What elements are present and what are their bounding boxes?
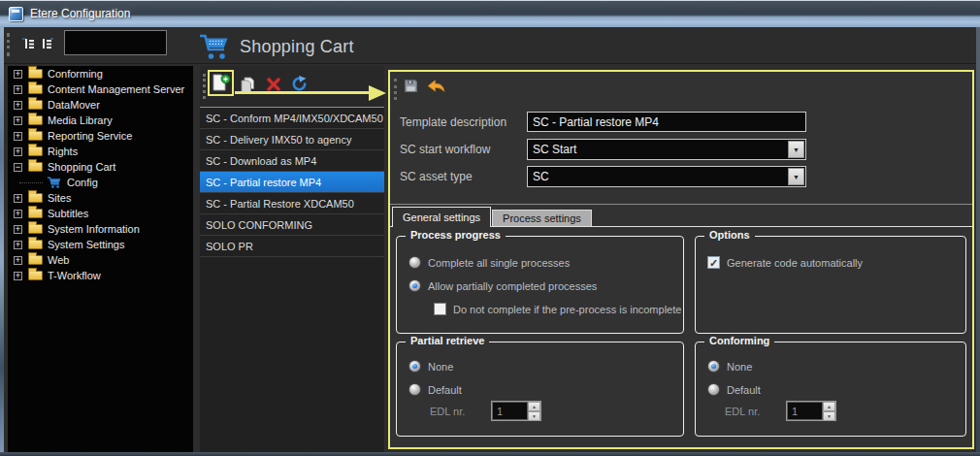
tree-item-shopping-cart[interactable]: −Shopping Cart [8, 159, 193, 175]
radio-icon[interactable] [707, 383, 720, 396]
checkbox-option-generate-code[interactable]: ✓ Generate code automatically [707, 255, 863, 270]
edl-value[interactable]: 1 [787, 402, 823, 420]
option-label: Do not complete if the pre-process is in… [453, 304, 681, 315]
tree-item-media-library[interactable]: +Media Library [8, 113, 193, 128]
group-conforming: Conforming None Default EDL nr. 1 ▲ ▼ [695, 342, 966, 437]
list-item-sc-partial-restore-mp4[interactable]: SC - Partial restore MP4 [200, 172, 384, 193]
edl-spinner[interactable]: 1 ▲ ▼ [786, 401, 836, 421]
expand-icon[interactable]: + [14, 147, 22, 156]
radio-option-complete-all[interactable]: Complete all single processes [408, 255, 570, 270]
radio-icon[interactable] [707, 360, 720, 373]
expand-icon[interactable]: + [14, 116, 22, 125]
spin-up-button[interactable]: ▲ [528, 402, 540, 411]
annotation-arrow-line [235, 91, 371, 94]
tree-item-conforming[interactable]: +Conforming [8, 66, 193, 81]
tree-item-system-information[interactable]: +System Information [8, 221, 193, 237]
spin-down-button[interactable]: ▼ [823, 411, 835, 421]
collapse-all-icon[interactable] [20, 36, 36, 51]
app-icon [9, 7, 23, 21]
tab-process-settings[interactable]: Process settings [492, 210, 592, 227]
expand-icon[interactable]: + [14, 241, 22, 249]
expand-all-icon[interactable] [40, 36, 55, 51]
sc-asset-type-select[interactable]: SC ▼ [527, 166, 806, 187]
folder-icon [28, 271, 43, 280]
radio-option-allow-partial[interactable]: Allow partially completed processes [408, 278, 597, 293]
tree-item-label: Config [67, 177, 98, 188]
tree-item-datamover[interactable]: +DataMover [8, 97, 193, 113]
radio-icon[interactable] [408, 383, 421, 396]
template-description-input[interactable] [527, 112, 806, 132]
spinner-buttons: ▲ ▼ [823, 402, 835, 420]
tree-item-sites[interactable]: +Sites [8, 190, 193, 206]
list-item-sc-delivery-imx50-to-agency[interactable]: SC - Delivery IMX50 to agency [200, 129, 384, 150]
collapse-icon[interactable]: − [14, 163, 22, 172]
edl-value[interactable]: 1 [492, 402, 528, 420]
sc-asset-type-label: SC asset type [400, 170, 473, 183]
list-item-sc-conform-mp4-imx50-xdcam50[interactable]: SC - Conform MP4/IMX50/XDCAM50 [200, 108, 384, 129]
checkbox-option-pre-process[interactable]: ✓ Do not complete if the pre-process is … [434, 302, 681, 316]
tree-item-content-management-server[interactable]: +Content Management Server [8, 81, 193, 97]
tree-item-rights[interactable]: +Rights [8, 144, 193, 159]
tree-item-label: Web [48, 254, 69, 266]
tree-item-label: Content Management Server [48, 83, 184, 95]
chevron-down-icon[interactable]: ▼ [788, 141, 804, 158]
expand-icon[interactable]: + [14, 132, 22, 141]
sc-start-workflow-select[interactable]: SC Start ▼ [527, 139, 806, 160]
tree-item-web[interactable]: +Web [8, 252, 193, 268]
save-icon[interactable] [403, 78, 419, 98]
list-item-solo-conforming[interactable]: SOLO CONFORMING [200, 214, 384, 236]
window-title: Etere Configuration [30, 1, 130, 28]
group-options: Options ✓ Generate code automatically [695, 236, 966, 334]
expand-icon[interactable]: + [14, 85, 22, 94]
expand-icon[interactable]: + [14, 101, 22, 110]
checkbox-icon[interactable]: ✓ [434, 303, 446, 315]
expand-icon[interactable]: + [14, 70, 22, 79]
list-item-solo-pr[interactable]: SOLO PR [200, 236, 384, 257]
expand-icon[interactable]: + [14, 256, 22, 265]
folder-icon [28, 84, 43, 94]
toolbar-grip[interactable] [203, 74, 207, 99]
expand-icon[interactable]: + [14, 272, 22, 280]
expand-icon[interactable]: + [14, 225, 22, 234]
tab-general-settings[interactable]: General settings [392, 207, 491, 227]
radio-icon[interactable] [408, 279, 421, 292]
spin-down-button[interactable]: ▼ [528, 411, 540, 421]
tree-item-t-workflow[interactable]: +T-Workflow [8, 268, 193, 283]
tree-item-label: System Settings [48, 239, 124, 250]
cart-icon [47, 176, 62, 189]
title-bar[interactable]: Etere Configuration [0, 0, 980, 27]
radio-option-none[interactable]: None [408, 359, 453, 374]
radio-icon[interactable] [408, 256, 421, 269]
spinner-buttons: ▲ ▼ [528, 402, 540, 420]
edl-spinner[interactable]: 1 ▲ ▼ [491, 401, 541, 421]
list-item-sc-partial-restore-xdcam50[interactable]: SC - Partial Restore XDCAM50 [200, 193, 384, 214]
folder-icon [28, 193, 43, 203]
annotation-arrow-head [369, 85, 386, 101]
expand-icon[interactable]: + [14, 194, 22, 203]
template-list: SC - Conform MP4/IMX50/XDCAM50SC - Deliv… [200, 107, 384, 452]
toolbar-grip[interactable] [7, 33, 11, 56]
radio-option-default[interactable]: Default [408, 382, 462, 397]
undo-icon[interactable] [426, 78, 446, 98]
chevron-down-icon[interactable]: ▼ [788, 168, 804, 185]
tree-item-config[interactable]: Config [8, 175, 193, 190]
list-item-sc-download-as-mp4[interactable]: SC - Download as MP4 [200, 150, 384, 172]
tree-item-reporting-service[interactable]: +Reporting Service [8, 128, 193, 144]
tree-item-system-settings[interactable]: +System Settings [8, 237, 193, 252]
radio-icon[interactable] [408, 360, 421, 373]
new-template-icon[interactable] [212, 73, 231, 97]
tree-item-label: T-Workflow [48, 270, 101, 281]
radio-option-none[interactable]: None [707, 359, 752, 374]
folder-icon [28, 255, 43, 265]
window-border-bottom [0, 452, 980, 456]
radio-option-default[interactable]: Default [707, 382, 761, 397]
spin-up-button[interactable]: ▲ [823, 402, 835, 411]
edl-label: EDL nr. [430, 406, 484, 417]
expand-icon[interactable]: + [14, 210, 22, 218]
tree-item-label: DataMover [48, 99, 100, 111]
folder-icon [28, 224, 43, 234]
filter-input[interactable] [64, 30, 167, 55]
toolbar-grip[interactable] [394, 79, 398, 100]
checkbox-icon[interactable]: ✓ [707, 256, 720, 269]
tree-item-subtitles[interactable]: +Subtitles [8, 206, 193, 221]
